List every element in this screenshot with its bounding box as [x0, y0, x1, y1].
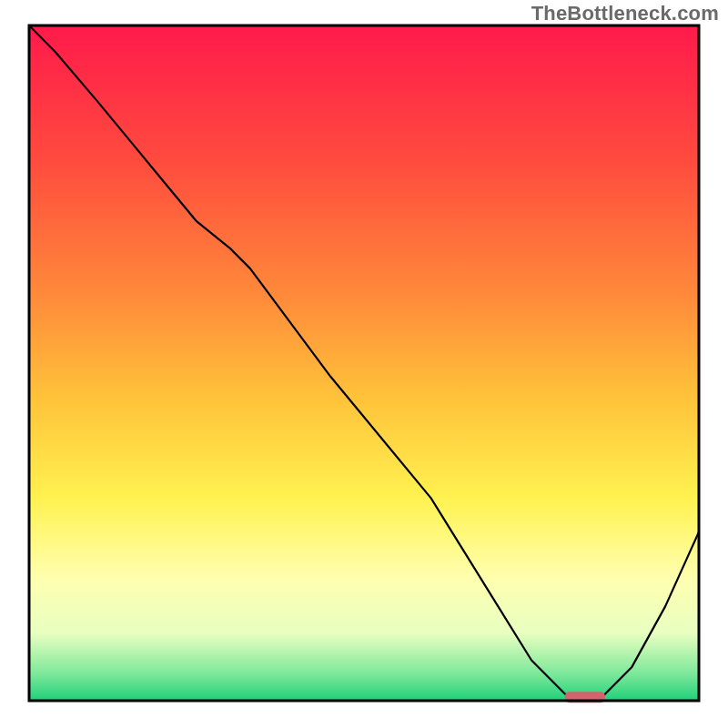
chart-container: TheBottleneck.com — [0, 0, 728, 728]
plot-background — [29, 25, 699, 701]
bottleneck-chart — [0, 0, 728, 728]
